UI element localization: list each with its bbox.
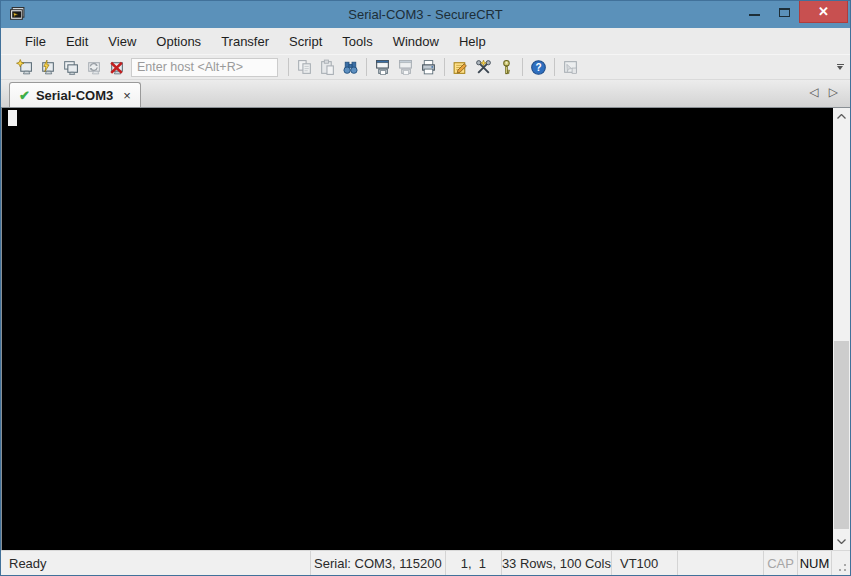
tab-close-icon[interactable]: × <box>123 88 131 103</box>
tab-scroll-buttons: ◁ ▷ <box>810 86 838 98</box>
status-bar: Ready Serial: COM3, 115200 1, 1 33 Rows,… <box>1 550 850 575</box>
resize-grip-icon <box>844 569 846 571</box>
reconnect-icon <box>85 59 102 76</box>
scroll-up-button[interactable] <box>833 108 850 125</box>
scrollbar-thumb[interactable] <box>834 341 849 529</box>
menu-view[interactable]: View <box>98 30 146 53</box>
status-ready: Ready <box>1 551 311 575</box>
disconnect-icon <box>108 59 125 76</box>
tab-serial-com3[interactable]: ✔ Serial-COM3 × <box>9 82 141 107</box>
connect-in-tab-icon <box>62 59 79 76</box>
paste-button[interactable] <box>316 56 339 78</box>
toolbar-separator <box>366 58 367 76</box>
resize-grip[interactable] <box>832 551 850 575</box>
securecrt-window: Serial-COM3 - SecureCRT ✕ File Edit View… <box>0 0 851 576</box>
copy-icon <box>296 59 313 76</box>
print-screen-icon <box>374 59 391 76</box>
status-cursor-position: 1, 1 <box>446 551 502 575</box>
minimize-button[interactable] <box>739 1 769 23</box>
status-connection: Serial: COM3, 115200 <box>311 551 446 575</box>
toolbar-overflow-button[interactable] <box>834 58 846 76</box>
menu-tools[interactable]: Tools <box>332 30 382 53</box>
menu-bar: File Edit View Options Transfer Script T… <box>1 28 850 54</box>
window-controls: ✕ <box>739 1 850 28</box>
chevron-down-icon <box>837 66 843 70</box>
quick-connect-button[interactable] <box>13 56 36 78</box>
maximize-button[interactable] <box>769 1 799 23</box>
window-title: Serial-COM3 - SecureCRT <box>1 7 850 22</box>
menu-script[interactable]: Script <box>279 30 332 53</box>
public-key-button[interactable] <box>495 56 518 78</box>
toolbar-overflow-icon <box>837 64 844 65</box>
toolbar: ? <box>1 54 850 80</box>
find-icon <box>342 59 359 76</box>
status-emulation: VT100 <box>612 551 678 575</box>
print-screen-button[interactable] <box>371 56 394 78</box>
menu-options[interactable]: Options <box>146 30 211 53</box>
menu-transfer[interactable]: Transfer <box>211 30 279 53</box>
toolbar-separator <box>444 58 445 76</box>
menu-file[interactable]: File <box>15 30 56 53</box>
toolbar-separator <box>288 58 289 76</box>
connect-button[interactable] <box>36 56 59 78</box>
sftp-session-button[interactable] <box>559 56 582 78</box>
session-options-button[interactable] <box>449 56 472 78</box>
toolbar-separator <box>522 58 523 76</box>
host-input[interactable] <box>131 58 278 77</box>
connect-icon <box>39 59 56 76</box>
scroll-down-icon <box>837 539 846 544</box>
print-eject-button[interactable] <box>394 56 417 78</box>
scroll-down-button[interactable] <box>833 533 850 550</box>
close-button[interactable]: ✕ <box>799 1 848 23</box>
print-button[interactable] <box>417 56 440 78</box>
terminal-screen[interactable] <box>2 108 833 550</box>
disconnect-button[interactable] <box>105 56 128 78</box>
keymap-editor-button[interactable] <box>472 56 495 78</box>
paste-icon <box>319 59 336 76</box>
title-bar: Serial-COM3 - SecureCRT ✕ <box>1 1 850 28</box>
securecrt-app-icon <box>9 6 26 23</box>
keymap-editor-icon <box>475 59 492 76</box>
scrollbar-track[interactable] <box>833 125 850 533</box>
connect-in-tab-button[interactable] <box>59 56 82 78</box>
sftp-session-icon <box>562 59 579 76</box>
tab-bar: ✔ Serial-COM3 × ◁ ▷ <box>1 80 850 107</box>
status-caps-indicator: CAP <box>764 551 798 575</box>
menu-help[interactable]: Help <box>449 30 496 53</box>
maximize-icon <box>779 8 790 17</box>
help-button[interactable]: ? <box>527 56 550 78</box>
status-num-indicator: NUM <box>798 551 832 575</box>
tab-label: Serial-COM3 <box>36 88 113 103</box>
find-button[interactable] <box>339 56 362 78</box>
terminal-row <box>1 107 850 550</box>
print-eject-icon <box>397 59 414 76</box>
close-icon: ✕ <box>818 4 829 19</box>
status-grid-size: 33 Rows, 100 Cols <box>502 551 612 575</box>
scroll-up-icon <box>837 114 846 119</box>
connected-check-icon: ✔ <box>19 88 30 103</box>
toolbar-separator <box>554 58 555 76</box>
print-icon <box>420 59 437 76</box>
status-blank <box>678 551 764 575</box>
public-key-icon <box>498 59 515 76</box>
terminal-cursor <box>8 110 17 126</box>
tab-scroll-right-icon[interactable]: ▷ <box>829 86 838 98</box>
quick-connect-icon <box>16 59 33 76</box>
copy-button[interactable] <box>293 56 316 78</box>
vertical-scrollbar[interactable] <box>833 108 850 550</box>
help-icon: ? <box>530 59 547 76</box>
menu-edit[interactable]: Edit <box>56 30 98 53</box>
svg-text:?: ? <box>535 62 541 73</box>
minimize-icon <box>749 14 760 16</box>
tab-scroll-left-icon[interactable]: ◁ <box>810 86 819 98</box>
menu-window[interactable]: Window <box>383 30 449 53</box>
session-options-icon <box>452 59 469 76</box>
reconnect-button[interactable] <box>82 56 105 78</box>
